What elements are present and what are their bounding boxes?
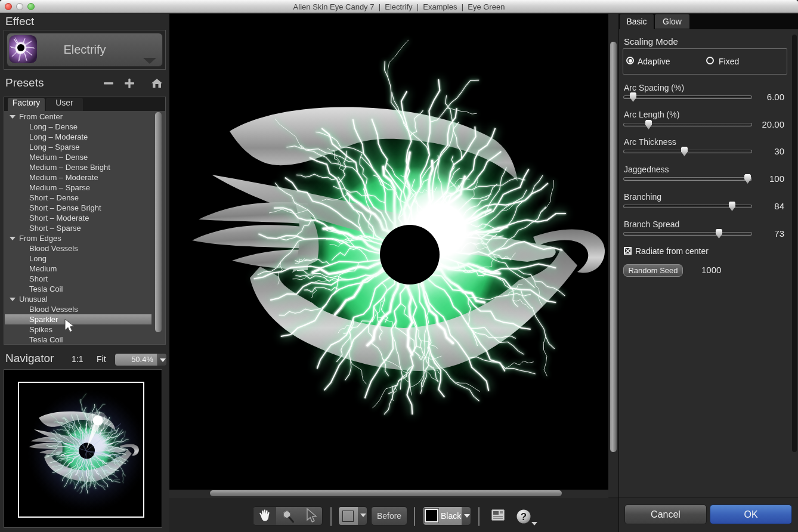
svg-text:?: ? — [521, 511, 527, 522]
